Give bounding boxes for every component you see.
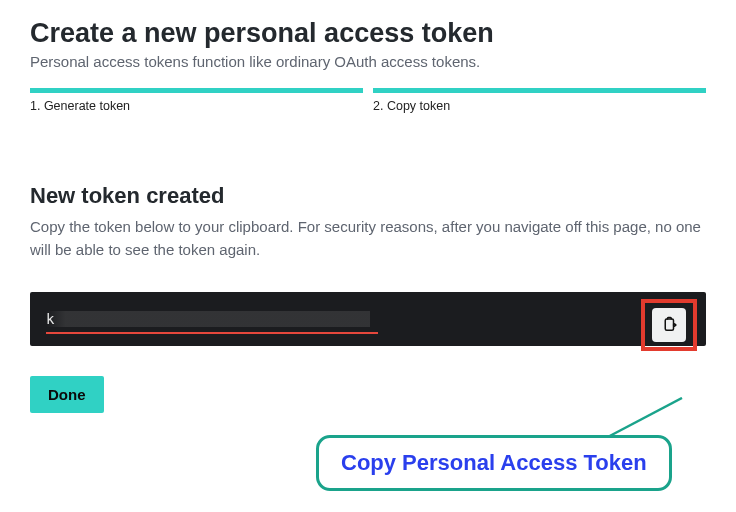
- token-display: k: [30, 292, 706, 346]
- step-label: 1. Generate token: [30, 99, 363, 113]
- callout-label: Copy Personal Access Token: [316, 435, 672, 491]
- step-bar: [30, 88, 363, 93]
- token-value[interactable]: k: [46, 311, 370, 327]
- svg-rect-0: [665, 319, 673, 330]
- token-underline: [46, 332, 378, 334]
- step-generate-token: 1. Generate token: [30, 88, 363, 113]
- copy-token-button[interactable]: [652, 308, 686, 342]
- section-title: New token created: [30, 183, 706, 209]
- progress-steps: 1. Generate token 2. Copy token: [30, 88, 706, 113]
- page-subtitle: Personal access tokens function like ord…: [30, 53, 706, 70]
- copy-button-highlight: [641, 299, 697, 351]
- step-bar: [373, 88, 706, 93]
- section-subtitle: Copy the token below to your clipboard. …: [30, 215, 706, 262]
- page-title: Create a new personal access token: [30, 18, 706, 49]
- done-button[interactable]: Done: [30, 376, 104, 413]
- step-copy-token: 2. Copy token: [373, 88, 706, 113]
- clipboard-copy-icon: [660, 316, 678, 334]
- step-label: 2. Copy token: [373, 99, 706, 113]
